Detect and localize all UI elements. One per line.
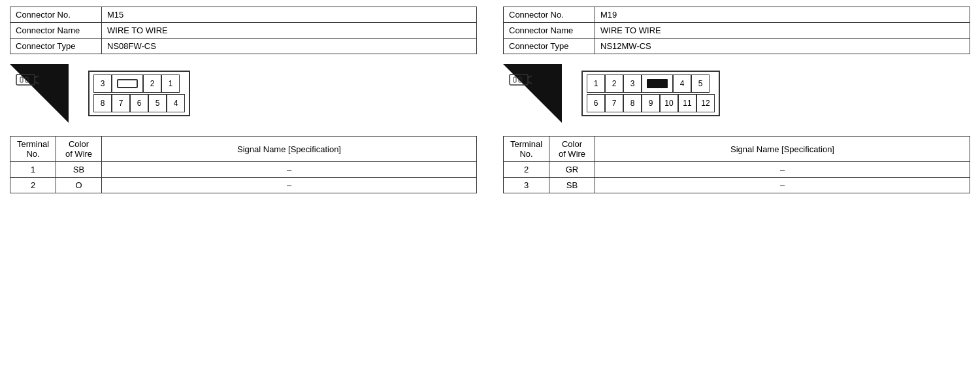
connector-type-label: Connector Type	[504, 39, 595, 54]
terminal-no: 1	[10, 162, 56, 178]
table-row: Connector Type NS08FW-CS	[10, 39, 477, 54]
signal-name: –	[102, 162, 477, 178]
pin-row-1: 1 2 3 4 5	[587, 74, 715, 93]
page-layout: Connector No. M15 Connector Name WIRE TO…	[10, 7, 970, 193]
table-row: 2 O –	[10, 178, 477, 193]
pin-cell: 2	[143, 74, 161, 93]
left-pin-diagram: 3 2 1 8 7 6 5 4	[88, 71, 190, 116]
table-row: Connector No. M19	[504, 7, 970, 23]
pin-slot-filled	[642, 74, 673, 93]
right-diagram-area: H.S. 1 2 3 4 5 6 7	[503, 61, 970, 126]
pin-row-2: 8 7 6 5 4	[93, 94, 185, 112]
pin-cell: 5	[691, 74, 710, 93]
pin-cell: 4	[167, 94, 185, 112]
connector-no-value: M19	[595, 7, 970, 23]
right-hs-logo: H.S.	[503, 64, 562, 123]
pin-cell: 2	[605, 74, 623, 93]
right-hs-text: H.S.	[508, 104, 531, 118]
right-pin-diagram: 1 2 3 4 5 6 7 8 9 10 11 12	[581, 71, 720, 116]
table-row: 1 SB –	[10, 162, 477, 178]
color-header: Colorof Wire	[56, 137, 102, 162]
svg-line-3	[35, 76, 39, 78]
slot-inner-filled	[647, 79, 668, 88]
pin-row-1: 3 2 1	[93, 74, 185, 93]
terminal-no-header: TerminalNo.	[504, 137, 549, 162]
right-info-table: Connector No. M19 Connector Name WIRE TO…	[503, 7, 970, 54]
svg-line-4	[35, 82, 39, 84]
color-of-wire: GR	[549, 162, 595, 178]
left-diagram-area: H.S. 3 2 1 8 7 6 5	[10, 61, 477, 126]
svg-line-9	[528, 82, 532, 84]
pin-cell: 4	[673, 74, 691, 93]
color-of-wire: O	[56, 178, 102, 193]
left-terminal-table: TerminalNo. Colorof Wire Signal Name [Sp…	[10, 136, 477, 193]
svg-rect-1	[20, 77, 23, 82]
table-row: Connector Name WIRE TO WIRE	[10, 23, 477, 39]
pin-slot	[112, 74, 143, 93]
table-row: 2 GR –	[504, 162, 970, 178]
pin-row-2: 6 7 8 9 10 11 12	[587, 94, 715, 112]
connector-type-value: NS08FW-CS	[102, 39, 477, 54]
slot-inner	[117, 79, 138, 88]
connector-name-label: Connector Name	[10, 23, 102, 39]
svg-line-8	[528, 76, 532, 78]
pin-cell: 8	[93, 94, 112, 112]
pin-cell: 10	[660, 94, 678, 112]
color-header: Colorof Wire	[549, 137, 595, 162]
pin-cell: 5	[148, 94, 167, 112]
pin-cell: 6	[130, 94, 148, 112]
pin-cell: 3	[93, 74, 112, 93]
table-row: 3 SB –	[504, 178, 970, 193]
connector-icon	[15, 69, 40, 94]
signal-name: –	[102, 178, 477, 193]
color-of-wire: SB	[549, 178, 595, 193]
color-of-wire: SB	[56, 162, 102, 178]
terminal-no: 2	[504, 162, 549, 178]
connector-name-value: WIRE TO WIRE	[595, 23, 970, 39]
table-header-row: TerminalNo. Colorof Wire Signal Name [Sp…	[10, 137, 477, 162]
right-connector-section: Connector No. M19 Connector Name WIRE TO…	[503, 7, 970, 193]
pin-cell: 11	[678, 94, 696, 112]
table-header-row: TerminalNo. Colorof Wire Signal Name [Sp…	[504, 137, 970, 162]
right-terminal-table: TerminalNo. Colorof Wire Signal Name [Sp…	[503, 136, 970, 193]
signal-header: Signal Name [Specification]	[102, 137, 477, 162]
pin-cell: 9	[642, 94, 660, 112]
svg-rect-6	[514, 77, 516, 82]
table-row: Connector Name WIRE TO WIRE	[504, 23, 970, 39]
table-row: Connector Type NS12MW-CS	[504, 39, 970, 54]
connector-no-label: Connector No.	[10, 7, 102, 23]
signal-header: Signal Name [Specification]	[595, 137, 970, 162]
pin-cell: 7	[112, 94, 130, 112]
pin-cell: 1	[587, 74, 605, 93]
left-hs-text: H.S.	[15, 104, 38, 118]
connector-name-label: Connector Name	[504, 23, 595, 39]
signal-name: –	[595, 162, 970, 178]
pin-cell: 3	[623, 74, 642, 93]
connector-no-value: M15	[102, 7, 477, 23]
terminal-no: 3	[504, 178, 549, 193]
pin-cell: 1	[161, 74, 180, 93]
connector-no-label: Connector No.	[504, 7, 595, 23]
left-hs-logo: H.S.	[10, 64, 69, 123]
pin-cell: 8	[623, 94, 642, 112]
connector-icon	[508, 69, 533, 94]
pin-cell: 7	[605, 94, 623, 112]
connector-type-label: Connector Type	[10, 39, 102, 54]
svg-rect-7	[519, 77, 521, 82]
table-row: Connector No. M15	[10, 7, 477, 23]
signal-name: –	[595, 178, 970, 193]
left-info-table: Connector No. M15 Connector Name WIRE TO…	[10, 7, 477, 54]
terminal-no-header: TerminalNo.	[10, 137, 56, 162]
pin-cell: 6	[587, 94, 605, 112]
connector-name-value: WIRE TO WIRE	[102, 23, 477, 39]
pin-cell: 12	[696, 94, 715, 112]
svg-rect-2	[25, 77, 28, 82]
connector-type-value: NS12MW-CS	[595, 39, 970, 54]
terminal-no: 2	[10, 178, 56, 193]
left-connector-section: Connector No. M15 Connector Name WIRE TO…	[10, 7, 477, 193]
